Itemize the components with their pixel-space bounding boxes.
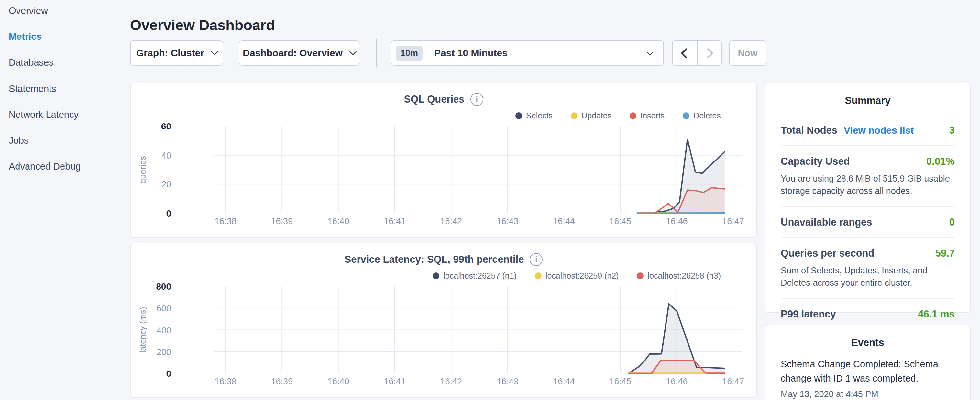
summary-label: Queries per second <box>781 247 874 259</box>
time-window-badge: 10m <box>396 46 423 61</box>
summary-description: Sum of Selects, Updates, Inserts, and De… <box>781 265 955 289</box>
summary-row-total-nodes: Total Nodes View nodes list 3 <box>781 115 955 145</box>
time-step-forward-button[interactable] <box>697 41 722 65</box>
svg-text:16:40: 16:40 <box>328 217 349 226</box>
dashboard-label: Dashboard: Overview <box>243 48 342 59</box>
svg-text:16:45: 16:45 <box>609 377 632 386</box>
svg-text:16:44: 16:44 <box>553 377 575 386</box>
summary-label: Unavailable ranges <box>781 217 872 228</box>
chevron-left-icon <box>681 48 691 59</box>
summary-value: 3 <box>949 124 955 136</box>
svg-text:800: 800 <box>156 282 171 292</box>
chevron-down-icon <box>349 48 356 56</box>
summary-row-queries-per-second: Queries per second 59.7 Sum of Selects, … <box>781 237 955 298</box>
svg-text:16:38: 16:38 <box>215 377 237 386</box>
chevron-right-icon <box>703 48 713 59</box>
svg-text:40: 40 <box>161 151 171 161</box>
sidebar-item-statements[interactable]: Statements <box>9 83 56 94</box>
svg-text:16:43: 16:43 <box>496 377 519 386</box>
svg-text:60: 60 <box>161 121 171 131</box>
svg-text:16:38: 16:38 <box>215 217 237 226</box>
summary-label: P99 latency <box>781 308 836 320</box>
dashboard-dropdown[interactable]: Dashboard: Overview <box>239 40 360 66</box>
svg-text:16:41: 16:41 <box>384 377 406 386</box>
sql-queries-chart[interactable]: 16:3816:3916:4016:4116:4216:4316:4416:45… <box>131 83 758 238</box>
events-title: Events <box>765 325 970 349</box>
svg-text:16:39: 16:39 <box>271 377 293 386</box>
graph-scope-label: Graph: Cluster <box>136 48 204 59</box>
events-panel: Events Schema Change Completed: Schema c… <box>765 325 971 400</box>
time-window-label: Past 10 Minutes <box>434 48 508 59</box>
time-window-dropdown[interactable]: 10m Past 10 Minutes <box>391 40 664 66</box>
summary-description: You are using 28.6 MiB of 515.9 GiB usab… <box>781 172 955 197</box>
now-button-label: Now <box>738 48 757 59</box>
svg-text:16:44: 16:44 <box>553 217 575 226</box>
summary-value: 0.01% <box>926 156 955 167</box>
summary-row-capacity-used: Capacity Used 0.01% You are using 28.6 M… <box>781 145 955 206</box>
svg-text:16:40: 16:40 <box>328 377 349 386</box>
chevron-down-icon <box>647 49 653 55</box>
sidebar: Overview Metrics Databases Statements Ne… <box>0 0 130 400</box>
sidebar-item-advanced-debug[interactable]: Advanced Debug <box>9 161 81 172</box>
page-title: Overview Dashboard <box>130 17 275 33</box>
summary-value: 46.1 ms <box>918 308 955 320</box>
svg-text:600: 600 <box>157 304 171 313</box>
svg-text:0: 0 <box>166 369 171 379</box>
time-step-buttons <box>672 40 722 66</box>
summary-value: 0 <box>949 217 955 228</box>
summary-label: Total Nodes <box>781 124 837 136</box>
svg-text:16:47: 16:47 <box>722 217 744 226</box>
sidebar-item-databases[interactable]: Databases <box>9 57 54 68</box>
sidebar-item-overview[interactable]: Overview <box>9 5 48 16</box>
svg-text:16:47: 16:47 <box>722 377 744 386</box>
svg-text:16:42: 16:42 <box>440 377 462 386</box>
summary-title: Summary <box>765 83 970 107</box>
service-latency-chart[interactable]: 16:3816:3916:4016:4116:4216:4316:4416:45… <box>131 243 758 398</box>
summary-row-unavailable-ranges: Unavailable ranges 0 <box>781 206 955 237</box>
summary-panel: Summary Total Nodes View nodes list 3 Ca… <box>765 83 971 313</box>
svg-text:0: 0 <box>166 209 171 218</box>
svg-text:latency (ms): latency (ms) <box>138 307 148 353</box>
svg-text:200: 200 <box>157 347 171 357</box>
svg-text:queries: queries <box>138 156 148 183</box>
time-step-back-button[interactable] <box>673 41 697 65</box>
event-message: Schema Change Completed: Schema change w… <box>781 357 955 386</box>
svg-text:16:46: 16:46 <box>666 377 688 386</box>
sql-queries-chart-card: SQL Queries i SelectsUpdatesInsertsDelet… <box>130 83 757 237</box>
svg-text:16:45: 16:45 <box>609 217 632 226</box>
controls-divider <box>376 40 377 67</box>
event-list-item: Schema Change Completed: Schema change w… <box>765 349 970 399</box>
svg-text:400: 400 <box>157 325 171 335</box>
now-button[interactable]: Now <box>729 40 767 66</box>
summary-label: Capacity Used <box>781 156 850 167</box>
svg-text:16:41: 16:41 <box>384 217 406 226</box>
svg-text:16:43: 16:43 <box>496 217 519 226</box>
event-timestamp: May 13, 2020 at 4:45 PM <box>781 389 955 399</box>
svg-text:20: 20 <box>161 180 171 189</box>
overview-dashboard-page: { "sidebar": { "items": [ {"label": "Ove… <box>0 0 980 400</box>
view-nodes-list-link[interactable]: View nodes list <box>844 125 914 136</box>
sidebar-item-metrics[interactable]: Metrics <box>9 31 42 42</box>
service-latency-chart-card: Service Latency: SQL, 99th percentile i … <box>130 243 757 398</box>
sidebar-item-jobs[interactable]: Jobs <box>9 135 29 146</box>
svg-text:16:46: 16:46 <box>666 217 688 226</box>
graph-scope-dropdown[interactable]: Graph: Cluster <box>130 40 223 66</box>
summary-value: 59.7 <box>935 247 955 259</box>
chevron-down-icon <box>211 48 218 56</box>
svg-text:16:39: 16:39 <box>271 217 293 226</box>
svg-text:16:42: 16:42 <box>440 217 462 226</box>
sidebar-item-network-latency[interactable]: Network Latency <box>9 109 79 120</box>
